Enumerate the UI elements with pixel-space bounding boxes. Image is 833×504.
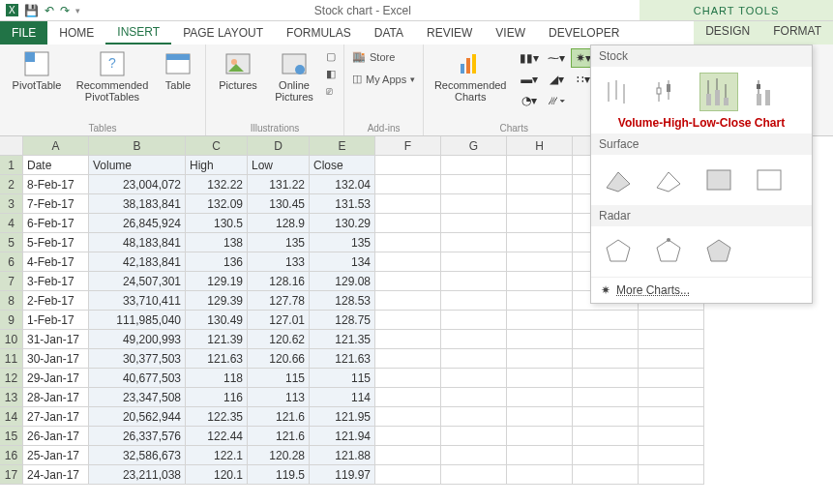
cell[interactable] (507, 349, 573, 369)
cell[interactable] (573, 465, 639, 485)
line-chart-button[interactable]: ⁓▾ (544, 48, 569, 68)
cell[interactable]: 25-Jan-17 (23, 446, 89, 465)
column-header[interactable]: G (441, 136, 507, 156)
cell[interactable] (441, 330, 507, 349)
row-header[interactable]: 5 (0, 233, 23, 252)
more-charts-button[interactable]: ✷ More Charts... (591, 277, 812, 303)
row-header[interactable]: 8 (0, 291, 23, 311)
cell[interactable]: 116 (186, 388, 248, 407)
cell[interactable]: 120.66 (248, 349, 310, 369)
row-header[interactable]: 17 (0, 465, 23, 485)
tab-developer[interactable]: DEVELOPER (537, 21, 631, 44)
open-high-low-close-chart-icon[interactable] (649, 73, 688, 111)
cell[interactable]: 26-Jan-17 (23, 427, 89, 446)
cell[interactable]: 27-Jan-17 (23, 407, 89, 427)
column-header[interactable]: D (248, 136, 310, 156)
cell[interactable]: 132.04 (310, 175, 375, 194)
cell[interactable]: 114 (310, 388, 375, 407)
cell[interactable]: 121.88 (310, 446, 375, 465)
row-header[interactable]: 7 (0, 272, 23, 291)
row-header[interactable]: 10 (0, 330, 23, 349)
cell[interactable] (573, 330, 639, 349)
cell[interactable]: 138 (186, 233, 248, 252)
cell[interactable]: 118 (186, 369, 248, 388)
cell[interactable]: 121.95 (310, 407, 375, 427)
cell[interactable] (573, 369, 639, 388)
row-header[interactable]: 9 (0, 311, 23, 330)
pictures-button[interactable]: Pictures (214, 48, 262, 103)
cell[interactable]: 131.53 (310, 194, 375, 214)
cell[interactable] (507, 311, 573, 330)
cell[interactable] (507, 175, 573, 194)
cell[interactable]: 129.19 (186, 272, 248, 291)
cell[interactable]: Date (23, 156, 89, 175)
cell[interactable]: 38,183,841 (89, 194, 186, 214)
cell[interactable] (441, 311, 507, 330)
cell[interactable]: 128.53 (310, 291, 375, 311)
cell[interactable]: 121.63 (186, 349, 248, 369)
volume-high-low-close-chart-icon[interactable] (699, 73, 738, 111)
tab-design[interactable]: DESIGN (694, 21, 761, 44)
filled-radar-chart-icon[interactable] (699, 232, 738, 271)
high-low-close-chart-icon[interactable] (599, 73, 638, 111)
cell[interactable]: Low (248, 156, 310, 175)
row-header[interactable]: 1 (0, 156, 23, 175)
cell[interactable]: 115 (310, 369, 375, 388)
cell[interactable]: 131.22 (248, 175, 310, 194)
radar-chart-icon[interactable] (599, 232, 638, 271)
row-header[interactable]: 14 (0, 407, 23, 427)
row-header[interactable]: 4 (0, 214, 23, 233)
cell[interactable]: 135 (248, 233, 310, 252)
cell[interactable] (441, 194, 507, 214)
cell[interactable] (441, 388, 507, 407)
cell[interactable] (375, 252, 441, 272)
column-header[interactable]: E (310, 136, 375, 156)
cell[interactable]: High (186, 156, 248, 175)
cell[interactable]: 132.22 (186, 175, 248, 194)
cell[interactable] (573, 427, 639, 446)
cell[interactable] (639, 407, 704, 427)
cell[interactable] (639, 388, 704, 407)
cell[interactable] (375, 194, 441, 214)
screenshot-button[interactable]: ⎚ (326, 83, 336, 99)
cell[interactable] (639, 349, 704, 369)
wireframe-3d-chart-icon[interactable] (649, 161, 688, 199)
cell[interactable] (507, 156, 573, 175)
cell[interactable] (639, 330, 704, 349)
cell[interactable] (441, 291, 507, 311)
cell[interactable]: 127.01 (248, 311, 310, 330)
cell[interactable]: 1-Feb-17 (23, 311, 89, 330)
row-header[interactable]: 2 (0, 175, 23, 194)
cell[interactable] (375, 156, 441, 175)
cell[interactable]: 26,337,576 (89, 427, 186, 446)
row-header[interactable]: 15 (0, 427, 23, 446)
row-header[interactable]: 3 (0, 194, 23, 214)
tab-page-layout[interactable]: PAGE LAYOUT (171, 21, 275, 44)
area-chart-button[interactable]: ◢▾ (544, 70, 569, 89)
cell[interactable] (375, 291, 441, 311)
cell[interactable]: 2-Feb-17 (23, 291, 89, 311)
cell[interactable]: 30-Jan-17 (23, 349, 89, 369)
cell[interactable] (441, 465, 507, 485)
cell[interactable] (375, 311, 441, 330)
undo-icon[interactable]: ↶ (45, 4, 54, 17)
smartart-button[interactable]: ◧ (326, 66, 336, 82)
radar-markers-chart-icon[interactable] (649, 232, 688, 271)
cell[interactable]: 130.29 (310, 214, 375, 233)
cell[interactable] (375, 446, 441, 465)
cell[interactable]: 120.62 (248, 330, 310, 349)
cell[interactable]: 119.97 (310, 465, 375, 485)
cell[interactable] (507, 369, 573, 388)
cell[interactable] (441, 156, 507, 175)
cell[interactable]: 134 (310, 252, 375, 272)
cell[interactable] (375, 388, 441, 407)
cell[interactable]: 5-Feb-17 (23, 233, 89, 252)
qat-dropdown-icon[interactable]: ▾ (75, 6, 80, 15)
column-header[interactable]: C (186, 136, 248, 156)
shapes-button[interactable]: ▢ (326, 48, 336, 65)
cell[interactable]: Volume (89, 156, 186, 175)
row-header[interactable]: 13 (0, 388, 23, 407)
cell[interactable]: 24-Jan-17 (23, 465, 89, 485)
cell[interactable] (639, 465, 704, 485)
tab-view[interactable]: VIEW (484, 21, 537, 44)
